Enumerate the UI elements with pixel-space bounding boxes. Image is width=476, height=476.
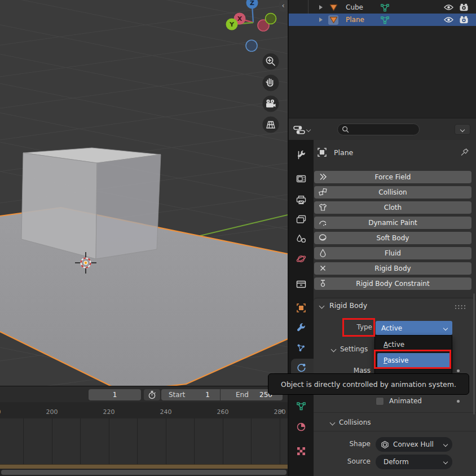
header-menu-button[interactable] [455,124,470,135]
breadcrumb: Plane [314,140,476,165]
timeline-scrollbar-thumb[interactable] [1,470,287,475]
object-name[interactable]: Cube [346,3,371,11]
source-dropdown-value: Deform [384,458,409,466]
ruler-tick: 260 [213,408,232,416]
button-label: Force Field [314,171,471,183]
button-label: Collision [314,186,471,199]
pin-icon[interactable] [460,148,469,157]
timeline-header: 1 Start 1 End 250 [0,386,288,402]
breadcrumb-object-name[interactable]: Plane [334,148,353,157]
tab-particles[interactable] [294,341,308,355]
properties-scrollbar[interactable] [473,293,475,415]
search-input[interactable] [352,126,414,134]
ruler-tick: 200 [42,408,61,416]
shape-label: Shape [327,440,371,448]
chevron-down-icon [443,325,448,330]
tab-view-layer[interactable] [294,213,308,227]
tab-physics[interactable] [294,361,308,374]
ruler-tick: 240 [156,408,175,416]
mesh-data-icon [380,3,390,12]
tab-object[interactable] [294,301,308,315]
button-label: Dynamic Paint [314,217,471,229]
convex-hull-icon [381,440,389,449]
hide-viewport-icon[interactable] [444,4,453,11]
tab-world[interactable] [294,252,308,266]
dynamic-paint-button[interactable]: Dynamic Paint [314,217,471,229]
end-label: End [236,391,249,399]
animate-dot[interactable] [457,369,460,372]
collision-button[interactable]: Collision [314,186,471,199]
subpanel-divider [314,412,476,413]
sidebar-collapse-tab[interactable]: ‹ [279,0,288,12]
tooltip: Object is directly controlled by animati… [268,373,469,395]
source-label: Source [327,457,371,465]
button-label: Rigid Body Constraint [314,277,471,290]
mesh-data-icon [380,16,390,24]
pan-tool-button[interactable] [263,75,279,91]
panel-title[interactable]: Rigid Body [329,301,367,310]
camera-view-button[interactable] [263,96,279,112]
panel-grip-icon[interactable] [455,305,466,310]
soft-body-button[interactable]: Soft Body [314,232,471,244]
current-frame-value: 1 [113,391,117,399]
ruler-collapse-arrow-icon[interactable]: ‹ [280,407,284,415]
tab-output[interactable] [294,193,308,207]
timeline-track-area[interactable] [0,418,288,464]
ruler-tick: 180 [0,408,5,416]
fluid-button[interactable]: Fluid [314,247,471,259]
stopwatch-icon [148,390,156,399]
expand-arrow-icon[interactable] [319,5,323,10]
tab-modifiers[interactable] [294,321,308,334]
tab-scene[interactable] [294,232,308,246]
hide-viewport-icon[interactable] [444,16,453,23]
hide-render-icon[interactable] [459,16,469,24]
tab-collection[interactable] [294,277,308,291]
button-label: Cloth [314,201,471,214]
use-preview-range-button[interactable] [144,389,160,400]
outliner-row-plane[interactable]: Plane [289,14,476,26]
settings-subpanel-label[interactable]: Settings [340,345,368,353]
rigid-body-constraint-button[interactable]: Rigid Body Constraint [314,277,471,290]
current-frame-field[interactable]: 1 [89,389,141,400]
annotation-box-passive [374,350,451,369]
tab-texture[interactable] [294,444,308,458]
animate-dot[interactable] [457,400,460,403]
zoom-tool-button[interactable] [263,54,279,70]
hide-render-icon[interactable] [459,3,469,11]
gizmo-neg-z-ball[interactable] [246,40,257,51]
type-dropdown[interactable]: Active [376,321,452,335]
search-icon [342,126,349,133]
chevron-down-icon [306,127,311,132]
force-field-button[interactable]: Force Field [314,171,471,183]
tooltip-text: Object is directly controlled by animati… [281,380,456,389]
frame-start-field[interactable]: Start 1 [161,389,220,400]
gizmo-y-axis-ball[interactable]: Y [226,19,238,30]
expand-arrow-icon[interactable] [319,17,323,22]
button-label: Rigid Body [314,262,471,275]
button-label: Soft Body [314,232,471,244]
tab-material[interactable] [294,420,308,434]
timeline-scrollbar[interactable] [0,469,288,476]
cloth-button[interactable]: Cloth [314,201,471,214]
annotation-box-type [342,318,375,337]
animated-checkbox[interactable] [376,397,384,406]
rigid-body-button[interactable]: Rigid Body [314,262,471,275]
editor-type-button[interactable] [293,124,317,136]
tab-object-data[interactable] [294,399,308,413]
cube-object[interactable] [21,148,161,259]
tab-tool[interactable] [294,148,308,162]
search-box[interactable] [337,124,420,135]
tab-render[interactable] [294,172,308,186]
timeline-ruler[interactable]: 180 200 220 240 260 280 ‹ [0,402,288,418]
properties-tab-strip [289,140,314,476]
gizmo-neg-y-ball[interactable] [266,14,276,24]
3d-viewport[interactable]: Z X Y [0,0,288,386]
source-dropdown[interactable]: Deform [376,455,452,469]
gizmo-z-label: Z [250,0,254,7]
properties-header [289,118,476,140]
shape-dropdown[interactable]: Convex Hull [376,437,452,452]
ortho-grid-button[interactable] [263,117,279,133]
outliner-row-cube[interactable]: Cube [289,1,476,14]
collisions-subpanel-label[interactable]: Collisions [339,418,371,426]
object-name[interactable]: Plane [346,16,371,24]
